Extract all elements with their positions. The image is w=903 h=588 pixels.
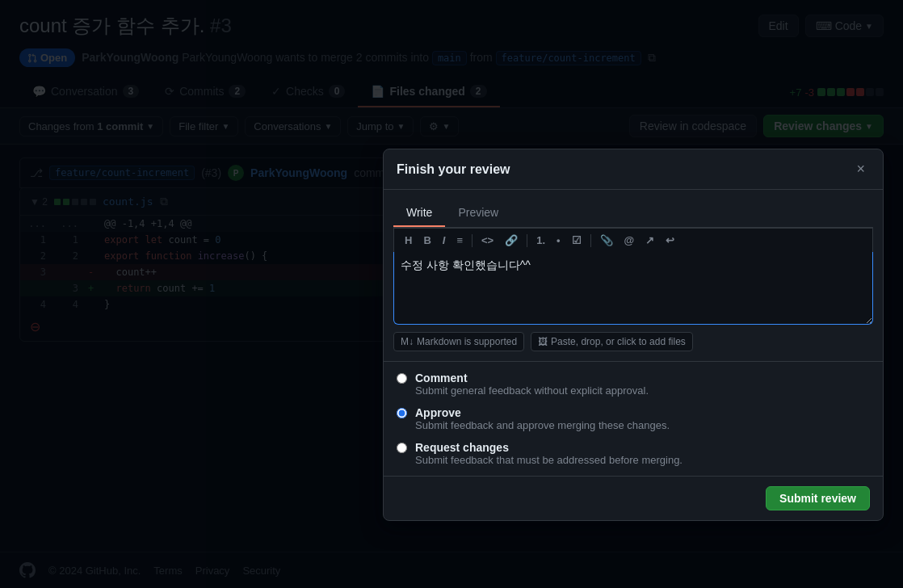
markdown-icon: M↓ (401, 336, 414, 347)
italic-tool[interactable]: I (439, 232, 450, 249)
attach-tool[interactable]: 📎 (596, 232, 617, 249)
request-changes-desc: Submit feedback that must be addressed b… (415, 454, 682, 466)
review-editor: Write Preview H B I ≡ <> 🔗 1. • ☑ 📎 @ ↗ … (384, 190, 883, 361)
editor-tabs: Write Preview (393, 200, 873, 228)
editor-toolbar: H B I ≡ <> 🔗 1. • ☑ 📎 @ ↗ ↩ (393, 228, 873, 252)
review-option-content: Request changes Submit feedback that mus… (415, 441, 682, 466)
markdown-hint-text: Markdown is supported (417, 336, 517, 347)
approve-radio[interactable] (397, 408, 407, 418)
editor-divider (590, 234, 591, 247)
request-changes-label: Request changes (415, 441, 682, 454)
review-option-request-changes: Request changes Submit feedback that mus… (397, 441, 870, 466)
editor-divider (472, 234, 472, 247)
close-button[interactable]: × (851, 159, 870, 179)
image-icon: 🖼 (538, 336, 548, 347)
file-hint[interactable]: 🖼 Paste, drop, or click to add files (531, 332, 693, 351)
request-changes-radio[interactable] (397, 443, 407, 453)
review-option-comment: Comment Submit general feedback without … (397, 372, 870, 397)
review-textarea[interactable]: 수정 사항 확인했습니다^^ (393, 252, 873, 325)
editor-tab-preview[interactable]: Preview (445, 200, 511, 227)
review-option-content: Comment Submit general feedback without … (415, 372, 649, 397)
task-list-tool[interactable]: ☑ (568, 232, 586, 249)
undo-tool[interactable]: ↩ (662, 232, 678, 249)
review-panel-header: Finish your review × (384, 149, 883, 190)
submit-review-button[interactable]: Submit review (766, 486, 870, 510)
link-tool[interactable]: 🔗 (501, 232, 522, 249)
editor-tab-write[interactable]: Write (393, 200, 445, 227)
review-submit: Submit review (384, 476, 883, 520)
ordered-list-tool[interactable]: 1. (532, 232, 549, 249)
approve-label: Approve (415, 406, 670, 419)
quote-tool[interactable]: ≡ (452, 232, 467, 249)
review-panel: Finish your review × Write Preview H B I… (383, 149, 884, 521)
editor-footer: M↓ Markdown is supported 🖼 Paste, drop, … (393, 332, 873, 351)
bold-tool[interactable]: B (419, 232, 435, 249)
review-option-content: Approve Submit feedback and approve merg… (415, 406, 670, 431)
editor-divider (527, 234, 527, 247)
mention-tool[interactable]: @ (620, 232, 639, 249)
approve-desc: Submit feedback and approve merging thes… (415, 419, 670, 431)
file-hint-text: Paste, drop, or click to add files (551, 336, 686, 347)
comment-radio[interactable] (397, 373, 407, 384)
unordered-list-tool[interactable]: • (552, 232, 565, 249)
reference-tool[interactable]: ↗ (641, 232, 658, 249)
comment-label: Comment (415, 372, 649, 384)
comment-desc: Submit general feedback without explicit… (415, 384, 649, 397)
markdown-hint: M↓ Markdown is supported (393, 332, 524, 351)
review-panel-title: Finish your review (397, 162, 510, 177)
review-options: Comment Submit general feedback without … (384, 361, 883, 476)
heading-tool[interactable]: H (401, 232, 416, 249)
code-tool[interactable]: <> (477, 232, 498, 249)
review-option-approve: Approve Submit feedback and approve merg… (397, 406, 870, 431)
